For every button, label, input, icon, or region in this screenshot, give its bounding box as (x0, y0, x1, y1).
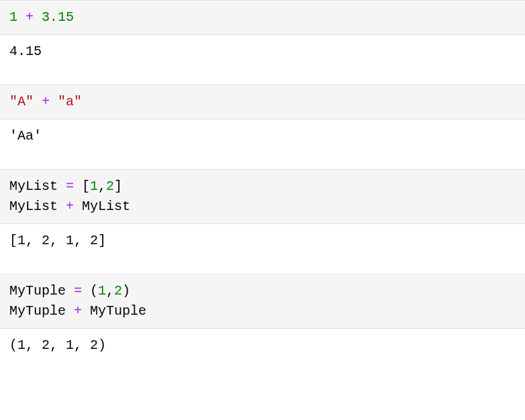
token-identifier: MyList (9, 199, 66, 214)
code-cell-output: 'Aa' (0, 119, 525, 160)
token-number: 1 (90, 178, 98, 194)
token-operator: + (74, 303, 82, 319)
token-number: 2 (114, 283, 122, 299)
code-cell-output: 4.15 (0, 35, 525, 75)
token-identifier: MyList (74, 199, 130, 214)
cell-gap (0, 160, 525, 169)
token-operator: + (66, 199, 74, 214)
token-number: 3.15 (42, 9, 74, 25)
cell-gap (0, 75, 525, 85)
token-operator: + (17, 9, 42, 25)
token-number: 1 (98, 283, 106, 299)
token-identifier: MyTuple (9, 303, 74, 319)
token-identifier: MyTuple (9, 283, 74, 299)
token-number: 2 (106, 178, 114, 194)
token-number: 1 (9, 9, 17, 25)
code-cell-input[interactable]: 1 + 3.15 (0, 0, 525, 35)
token-punct: , (106, 283, 114, 299)
token-operator: = (66, 178, 74, 194)
token-punct: ) (122, 283, 130, 299)
code-cell-output: [1, 2, 1, 2] (0, 224, 525, 264)
token-punct: ] (114, 178, 122, 194)
token-punct: , (98, 178, 106, 194)
token-identifier: MyTuple (82, 303, 146, 319)
token-punct: ( (82, 283, 98, 299)
code-cell-output: (1, 2, 1, 2) (0, 329, 525, 369)
token-punct: [ (74, 178, 90, 194)
code-cell-input[interactable]: MyTuple = (1,2) MyTuple + MyTuple (0, 274, 525, 329)
token-operator: + (34, 94, 58, 109)
code-cell-input[interactable]: MyList = [1,2] MyList + MyList (0, 169, 525, 224)
code-cell-input[interactable]: "A" + "a" (0, 85, 525, 119)
token-identifier: MyList (9, 178, 66, 194)
token-operator: = (74, 283, 82, 299)
cell-gap (0, 264, 525, 274)
token-string: "a" (58, 94, 82, 109)
token-string: "A" (9, 94, 34, 109)
